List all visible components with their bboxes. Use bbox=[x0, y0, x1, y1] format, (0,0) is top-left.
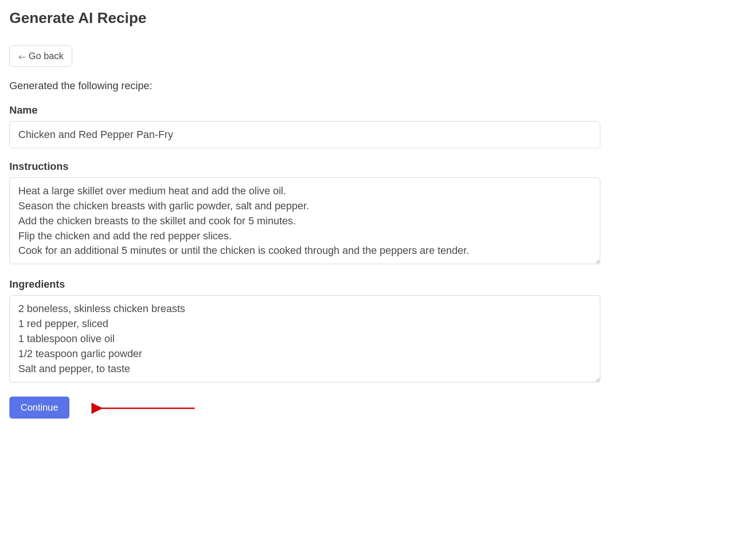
go-back-label: Go back bbox=[29, 51, 63, 61]
ingredients-label: Ingredients bbox=[9, 278, 600, 290]
name-label: Name bbox=[9, 104, 600, 116]
go-back-button[interactable]: Go back bbox=[9, 46, 72, 67]
continue-button[interactable]: Continue bbox=[9, 397, 69, 419]
instructions-label: Instructions bbox=[9, 160, 600, 173]
page-title: Generate AI Recipe bbox=[9, 9, 600, 27]
name-input[interactable] bbox=[9, 121, 600, 148]
ingredients-textarea[interactable] bbox=[9, 295, 600, 382]
subtitle-text: Generated the following recipe: bbox=[9, 80, 600, 92]
instructions-textarea[interactable] bbox=[9, 177, 600, 264]
arrow-left-icon bbox=[18, 53, 26, 60]
annotation-arrow-icon bbox=[91, 402, 199, 414]
